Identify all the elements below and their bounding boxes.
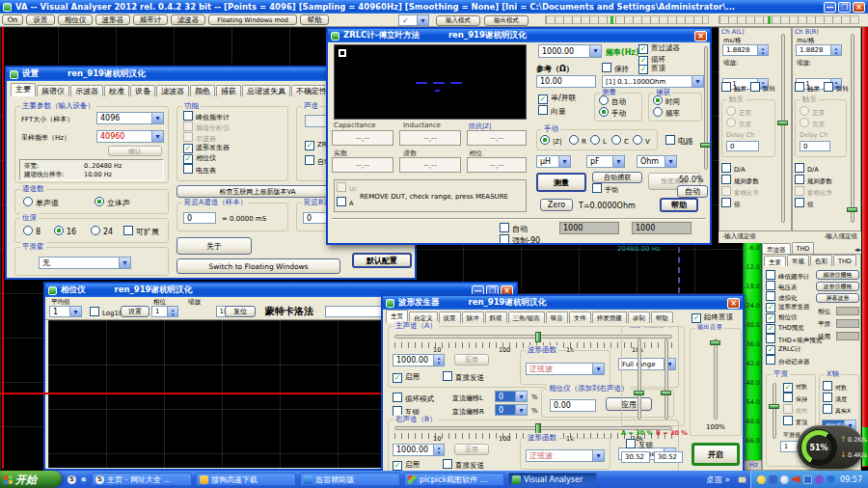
filter-checkbox[interactable]: 置过滤器	[638, 42, 680, 54]
tab-thd[interactable]: THD	[833, 255, 856, 266]
tab-calibrate[interactable]: 校准	[104, 85, 129, 96]
frequency-meter-button[interactable]: 频率计	[133, 14, 168, 25]
manual-capture-checkbox[interactable]: 手动	[592, 183, 618, 196]
amplitude-slider-b-thumb[interactable]	[661, 391, 671, 395]
tab-file[interactable]: 文件	[569, 312, 591, 323]
input-level-ruler[interactable]	[545, 15, 709, 24]
minimize-icon[interactable]: —	[824, 2, 836, 13]
tab-scope[interactable]: 示波器	[70, 85, 103, 96]
bits-16-radio[interactable]: 16	[54, 226, 76, 237]
fft-size-combo[interactable]: 4096	[96, 112, 164, 124]
linear-checkbox[interactable]: 线性	[783, 404, 807, 416]
x-real-checkbox[interactable]: 真实X	[823, 404, 851, 416]
direct-send-checkbox-a[interactable]: 直接发送	[443, 371, 484, 383]
average-combo[interactable]: 1	[49, 306, 82, 317]
amp-a-input[interactable]: 30.52	[621, 451, 650, 463]
wave-type-combo-b[interactable]: 正弦波	[526, 449, 605, 462]
close-icon[interactable]: ×	[853, 2, 865, 13]
tab-filter[interactable]: 滤波器	[156, 85, 189, 96]
time-radio[interactable]: 时间	[653, 95, 680, 107]
a-checkbox[interactable]: A	[337, 197, 353, 209]
thd-view-checkbox[interactable]: THD预览	[766, 323, 804, 334]
tab-capture[interactable]: 捕获	[216, 85, 241, 96]
tab-oscilloscope[interactable]: 示波器	[762, 243, 791, 254]
output-volume-slider-thumb[interactable]	[710, 340, 720, 345]
generator-titlebar[interactable]: 波形发生器 ren_919谢杭明汉化 ×	[383, 296, 743, 310]
frequency-radio[interactable]: 频率	[653, 107, 680, 119]
zrlc-auto-button[interactable]: 自动	[677, 185, 708, 198]
help-button[interactable]: 帮助	[660, 198, 698, 212]
tab-record[interactable]: 录制	[628, 312, 650, 323]
chevron-more-icon[interactable]: »	[724, 474, 730, 484]
start-button[interactable]: 开始	[0, 471, 62, 488]
help-button[interactable]: 帮助	[300, 14, 329, 25]
smoothing-slider[interactable]	[773, 383, 776, 439]
loop-mode-checkbox[interactable]: 循环模式	[393, 393, 434, 404]
capacitance-unit-combo[interactable]: pF	[586, 155, 625, 168]
main-titlebar[interactable]: VA -- Visual Analyser 2012 rel. 0.4.2 32…	[0, 0, 868, 14]
tray-volume-icon[interactable]	[792, 475, 800, 484]
zrlc-gain-slider-thumb[interactable]	[700, 143, 711, 148]
auto-radio[interactable]: 自动	[599, 95, 626, 107]
bits-24-radio[interactable]: 24	[91, 226, 113, 237]
value-checkbox[interactable]: 值	[721, 198, 741, 210]
series-parallel-checkbox[interactable]: 串/并联	[538, 93, 577, 104]
direct-send-checkbox-b[interactable]: 直接发送	[443, 459, 484, 471]
quicklaunch-browser-icon[interactable]: e	[79, 475, 88, 484]
inductance-unit-combo[interactable]: µH	[536, 155, 571, 168]
tab-triangle[interactable]: 三角/锯齿	[508, 312, 545, 323]
spectrum-grid-button[interactable]: 频谱仪栅格	[816, 270, 859, 280]
frequency-slider-a-thumb[interactable]	[535, 332, 541, 342]
smoothing-combo[interactable]: ✓	[398, 14, 429, 26]
tray-shield-icon[interactable]	[827, 475, 835, 484]
trigger-negative-radio[interactable]: 负置	[726, 118, 751, 130]
dc-offset-l-combo[interactable]: 0	[495, 391, 528, 402]
c-radio[interactable]: C	[611, 135, 629, 148]
phase-meter-button[interactable]: 相位仪	[58, 14, 93, 25]
tab-thd[interactable]: 总谐波失真	[242, 85, 290, 96]
circuit-checkbox[interactable]: 电路	[665, 135, 693, 147]
tab-thd[interactable]: THD	[792, 242, 815, 254]
tab-device[interactable]: 设备	[130, 85, 155, 96]
trigger-checkbox[interactable]: 触发	[795, 82, 820, 95]
zrlc-gain-slider[interactable]	[704, 46, 708, 170]
smoothing-window-combo[interactable]: 无	[39, 257, 131, 269]
output-level-marker[interactable]	[768, 16, 771, 24]
force-90-checkbox[interactable]: 强制-90	[500, 234, 540, 246]
log-checkbox[interactable]: 对数	[783, 381, 807, 393]
z-radio[interactable]: |Z|	[540, 135, 562, 148]
amplitude-slider-b[interactable]	[665, 339, 668, 420]
top-checkbox[interactable]: 置顶	[783, 416, 807, 427]
phase-meter-checkbox[interactable]: 相位仪	[766, 312, 798, 323]
taskbar-task-picpick[interactable]: picpick截图软件 ...	[404, 473, 504, 486]
power-button[interactable]: 开启	[692, 443, 740, 466]
reset-button[interactable]: 复位	[225, 306, 256, 317]
tab-settings[interactable]: 设置	[439, 312, 461, 323]
smoothing-slider-thumb[interactable]	[769, 404, 779, 409]
cursor-line[interactable]	[678, 247, 680, 293]
tab-colors[interactable]: 颜色	[190, 85, 215, 96]
waveform-button[interactable]: 波形器	[95, 14, 130, 25]
frequency-combo[interactable]: 1000.00	[538, 44, 602, 58]
channel-b-slider[interactable]	[851, 34, 854, 223]
generator-checkbox[interactable]: 波形发生器	[766, 302, 810, 312]
taskbar-task-thunder[interactable]: 迅雷精简版	[300, 473, 400, 486]
sample-rate-combo[interactable]: 40960	[96, 130, 164, 143]
tab-pulse[interactable]: 脉冲	[462, 312, 484, 323]
mono-radio[interactable]: 单声道	[23, 197, 59, 208]
tray-display-icon[interactable]	[803, 475, 812, 484]
amp-b-input[interactable]: 30.52	[654, 451, 683, 463]
invert-checkbox[interactable]: 反转	[824, 82, 849, 95]
maximize-icon[interactable]: ❐	[838, 2, 851, 13]
switch-floating-button[interactable]: Switch to Floating Windows	[176, 258, 340, 274]
tab-help[interactable]: 帮助	[651, 312, 673, 323]
tab-noise[interactable]: 噪音	[546, 312, 568, 323]
x-log-checkbox[interactable]: 对数	[823, 381, 847, 393]
enable-checkbox-a[interactable]: 启用	[393, 371, 420, 383]
filter-button[interactable]: 滤波器	[171, 14, 205, 25]
output-volume-slider[interactable]	[714, 339, 718, 420]
hold-checkbox[interactable]: 保持	[602, 63, 629, 74]
trigger-negative-radio[interactable]: 负置	[800, 118, 825, 130]
tab-ramp[interactable]: 斜坡	[485, 312, 507, 323]
tab-general[interactable]: 常规	[787, 255, 809, 266]
